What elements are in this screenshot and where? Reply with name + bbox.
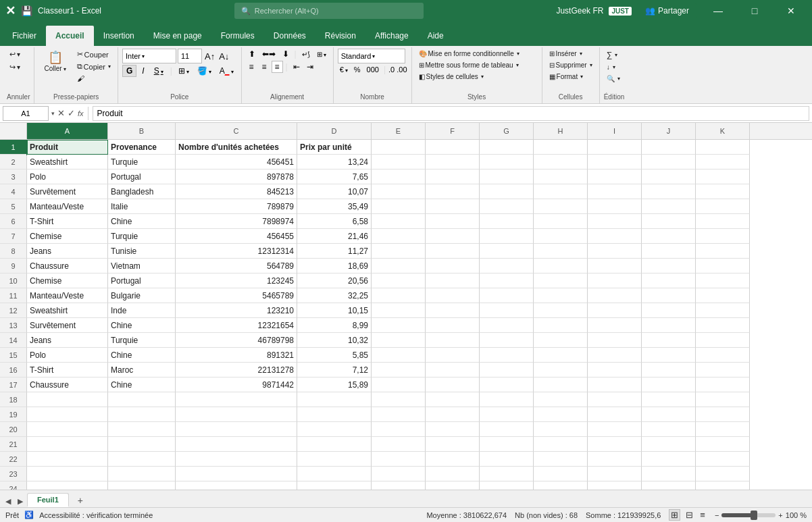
cell-r6-c7[interactable] — [480, 214, 534, 229]
cell-r2-c7[interactable] — [480, 155, 534, 169]
cell-r4-c1[interactable]: Survêtement — [27, 184, 108, 199]
cell-r21-c6[interactable] — [426, 437, 480, 452]
cell-r21-c5[interactable] — [372, 437, 426, 452]
cell-r6-c4[interactable]: 6,58 — [297, 214, 372, 229]
cell-r7-c7[interactable] — [480, 229, 534, 244]
cell-r9-c1[interactable]: Chaussure — [27, 259, 108, 273]
cell-r11-c1[interactable]: Manteau/Veste — [27, 288, 108, 303]
cell-r17-c10[interactable] — [642, 377, 696, 392]
scroll-right-sheet[interactable]: ▶ — [15, 496, 26, 507]
delete-cells-button[interactable]: ⊟ Supprimer ▾ — [547, 60, 595, 70]
row-num-8[interactable]: 8 — [0, 244, 27, 259]
cell-r24-c11[interactable] — [696, 481, 750, 490]
cell-r11-c9[interactable] — [588, 288, 642, 303]
italic-button[interactable]: I — [138, 65, 148, 77]
cell-r12-c1[interactable]: Sweatshirt — [27, 303, 108, 318]
align-left-button[interactable]: ≡ — [246, 61, 257, 73]
cell-r14-c4[interactable]: 10,32 — [297, 333, 372, 348]
cell-r8-c1[interactable]: Jeans — [27, 244, 108, 259]
cell-r22-c4[interactable] — [297, 452, 372, 467]
format-painter-button[interactable]: 🖌 — [74, 73, 113, 84]
fill-button[interactable]: ↓▾ — [604, 62, 623, 72]
cell-r9-c2[interactable]: Vietnam — [108, 259, 176, 273]
cell-r16-c8[interactable] — [534, 363, 588, 377]
cancel-formula-icon[interactable]: ✕ — [57, 108, 65, 118]
cell-r3-c8[interactable] — [534, 169, 588, 184]
increase-font-button[interactable]: A↑ — [203, 51, 216, 61]
cell-r7-c4[interactable]: 21,46 — [297, 229, 372, 244]
increase-decimal-button[interactable]: .00 — [397, 66, 407, 74]
cell-r11-c4[interactable]: 32,25 — [297, 288, 372, 303]
cell-r24-c3[interactable] — [176, 481, 297, 490]
cell-r15-c11[interactable] — [696, 348, 750, 363]
page-layout-view-button[interactable]: ⊟ — [684, 510, 694, 520]
font-color-button[interactable]: A_▾ — [216, 65, 237, 77]
cell-r19-c6[interactable] — [426, 407, 480, 422]
cell-r12-c2[interactable]: Inde — [108, 303, 176, 318]
cell-r7-c5[interactable] — [372, 229, 426, 244]
cell-r4-c4[interactable]: 10,07 — [297, 184, 372, 199]
row-num-4[interactable]: 4 — [0, 184, 27, 199]
row-num-6[interactable]: 6 — [0, 214, 27, 229]
cell-r21-c9[interactable] — [588, 437, 642, 452]
cell-r22-c5[interactable] — [372, 452, 426, 467]
row-num-21[interactable]: 21 — [0, 437, 27, 452]
cell-r12-c3[interactable]: 123210 — [176, 303, 297, 318]
cell-r14-c7[interactable] — [480, 333, 534, 348]
maximize-button[interactable]: □ — [739, 0, 770, 22]
cell-r17-c5[interactable] — [372, 377, 426, 392]
cell-r14-c2[interactable]: Turquie — [108, 333, 176, 348]
cell-r20-c7[interactable] — [480, 422, 534, 437]
cell-r13-c5[interactable] — [372, 318, 426, 333]
cell-r11-c7[interactable] — [480, 288, 534, 303]
cell-r10-c5[interactable] — [372, 273, 426, 288]
cell-r8-c10[interactable] — [642, 244, 696, 259]
cell-r24-c10[interactable] — [642, 481, 696, 490]
cell-r7-c6[interactable] — [426, 229, 480, 244]
cell-r20-c3[interactable] — [176, 422, 297, 437]
cell-r1-c6[interactable] — [426, 140, 480, 155]
cell-r18-c7[interactable] — [480, 392, 534, 407]
cell-r16-c2[interactable]: Maroc — [108, 363, 176, 377]
thousands-button[interactable]: 000 — [365, 65, 381, 74]
cell-ref-dropdown[interactable]: ▾ — [51, 110, 55, 117]
cell-r5-c5[interactable] — [372, 199, 426, 214]
cell-r14-c8[interactable] — [534, 333, 588, 348]
cell-r23-c8[interactable] — [534, 467, 588, 481]
undo-button[interactable]: ↩ ▾ — [7, 49, 23, 60]
table-format-button[interactable]: ⊞ Mettre sous forme de tableau ▾ — [416, 60, 538, 70]
cell-r8-c7[interactable] — [480, 244, 534, 259]
cell-r16-c3[interactable]: 22131278 — [176, 363, 297, 377]
copy-button[interactable]: ⧉ Copier ▾ — [74, 61, 113, 72]
row-num-12[interactable]: 12 — [0, 303, 27, 318]
cell-r16-c5[interactable] — [372, 363, 426, 377]
cell-r23-c9[interactable] — [588, 467, 642, 481]
cell-r12-c4[interactable]: 10,15 — [297, 303, 372, 318]
cell-r10-c8[interactable] — [534, 273, 588, 288]
cell-r9-c11[interactable] — [696, 259, 750, 273]
cell-r16-c7[interactable] — [480, 363, 534, 377]
cell-r17-c6[interactable] — [426, 377, 480, 392]
merge-button[interactable]: ⊞▾ — [314, 50, 329, 59]
cell-r14-c9[interactable] — [588, 333, 642, 348]
cell-r13-c9[interactable] — [588, 318, 642, 333]
cell-r5-c6[interactable] — [426, 199, 480, 214]
row-num-14[interactable]: 14 — [0, 333, 27, 348]
cell-r20-c5[interactable] — [372, 422, 426, 437]
row-num-2[interactable]: 2 — [0, 155, 27, 169]
align-middle-button[interactable]: ⬅➡ — [259, 49, 278, 59]
cell-r12-c7[interactable] — [480, 303, 534, 318]
cell-r17-c1[interactable]: Chaussure — [27, 377, 108, 392]
cell-r20-c1[interactable] — [27, 422, 108, 437]
cell-r17-c3[interactable]: 9871442 — [176, 377, 297, 392]
cell-r19-c7[interactable] — [480, 407, 534, 422]
cell-r10-c2[interactable]: Portugal — [108, 273, 176, 288]
cell-r22-c6[interactable] — [426, 452, 480, 467]
cell-r2-c5[interactable] — [372, 155, 426, 169]
cell-r11-c8[interactable] — [534, 288, 588, 303]
cell-r18-c10[interactable] — [642, 392, 696, 407]
cell-r12-c5[interactable] — [372, 303, 426, 318]
row-num-7[interactable]: 7 — [0, 229, 27, 244]
cell-r5-c2[interactable]: Italie — [108, 199, 176, 214]
cell-r3-c5[interactable] — [372, 169, 426, 184]
